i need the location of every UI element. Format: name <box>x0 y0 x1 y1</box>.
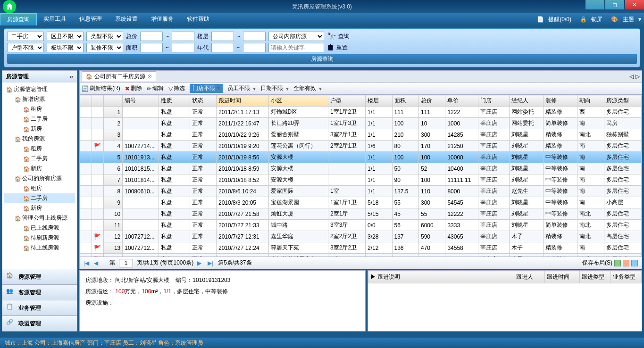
table-row[interactable]: 510101913...私盘正常2010/10/19 8:56安源大楼1/110… <box>80 152 642 163</box>
col-header[interactable] <box>92 95 103 107</box>
lock-button[interactable]: 🔒 锁屏 <box>580 16 605 24</box>
menu-4[interactable]: 增值服务 <box>144 13 180 25</box>
table-row[interactable]: 1私盘正常2011/2/11 17:13灯饰城D区1室1厅2卫1/1111111… <box>80 107 642 118</box>
collapse-icon[interactable]: « <box>70 74 73 80</box>
source-select[interactable]: 公司内部房源 <box>268 32 324 41</box>
minimize-button[interactable]: — <box>585 0 604 9</box>
nav-1[interactable]: 👥客源管理 <box>2 284 77 300</box>
col-header[interactable]: 小区 <box>268 95 328 107</box>
reset-button[interactable]: 🗑重置 <box>327 43 348 52</box>
tab-listing[interactable]: 公司所有二手房房源⊗ <box>82 71 156 82</box>
col-header[interactable]: 单价 <box>445 95 478 107</box>
nav-3[interactable]: 🔗联盟管理 <box>2 315 77 331</box>
table-row[interactable]: 🚩1310072712...私盘正常2010/7/27 12:24尊居天下苑3室… <box>80 242 642 254</box>
tree-node[interactable]: 新房 <box>4 203 75 213</box>
theme-button[interactable]: 🎨 主题 ▾ <box>611 16 641 24</box>
district-select[interactable]: 区县不限 <box>47 32 84 41</box>
remind-button[interactable]: 📄 提醒(0/0) <box>537 16 574 24</box>
col-header[interactable]: 跟进时间 <box>216 95 268 107</box>
table-row[interactable]: 610101815...私盘正常2010/10/18 8:59安源大楼1/150… <box>80 163 642 174</box>
tree-node[interactable]: 我的房源 <box>4 134 75 144</box>
tree-node[interactable]: 公司的所有房源 <box>4 174 75 183</box>
tree-node[interactable]: 待上线房源 <box>4 243 75 253</box>
table-row[interactable]: 10私盘正常2010/7/27 21:58灿虹大厦2室1厅5/154555122… <box>80 208 642 220</box>
year-max[interactable] <box>243 43 266 52</box>
layout-icon-1[interactable] <box>614 260 621 266</box>
tree-node[interactable]: 租房 <box>4 183 75 193</box>
table-row[interactable]: 810080610...私盘正常2010/8/6 10:24爱家国际1室1/11… <box>80 186 642 197</box>
menu-0[interactable]: 房源查询 <box>0 13 37 25</box>
maximize-button[interactable]: ◻ <box>605 0 624 9</box>
tree-node[interactable]: 租房 <box>4 104 75 114</box>
col-header[interactable]: 门店 <box>478 95 509 107</box>
floor-min[interactable] <box>211 32 234 41</box>
save-layout-button[interactable]: 保存布局(S) <box>582 259 612 267</box>
col-header[interactable]: 状态 <box>190 95 216 107</box>
col-header[interactable]: 面积 <box>392 95 418 107</box>
tree-node[interactable]: 新增房源 <box>4 94 75 104</box>
tree-node[interactable]: 二手房 <box>4 114 75 124</box>
col-header[interactable]: 性质 <box>159 95 190 107</box>
price-min[interactable] <box>140 32 163 41</box>
tab-prev-icon[interactable]: ◁ <box>629 73 634 80</box>
table-row[interactable]: 710101814...私盘正常2010/10/18 8:52安源大楼1/190… <box>80 174 642 186</box>
col-header[interactable]: 朝向 <box>577 95 604 107</box>
close-button[interactable]: ✕ <box>625 0 644 9</box>
tree-node[interactable]: 新房 <box>4 164 75 174</box>
tree-node[interactable]: 二手房 <box>4 193 75 203</box>
keyword-input[interactable] <box>268 43 324 52</box>
area-min[interactable] <box>140 43 163 52</box>
first-page-icon[interactable]: |◀ <box>84 260 90 266</box>
col-header[interactable]: 户型 <box>328 95 366 107</box>
menu-3[interactable]: 系统设置 <box>109 13 144 25</box>
tree-node[interactable]: 已上线房源 <box>4 223 75 233</box>
col-header[interactable]: 房源类型 <box>604 95 641 107</box>
menu-5[interactable]: 软件帮助 <box>180 13 216 25</box>
valid-filter[interactable]: 全部有效 <box>293 84 322 92</box>
col-header[interactable]: 楼层 <box>366 95 392 107</box>
col-header[interactable] <box>80 95 92 107</box>
tree-node[interactable]: 管理公司上线房源 <box>4 213 75 223</box>
search-button[interactable]: 🔭查询 <box>327 32 350 41</box>
menu-2[interactable]: 信息管理 <box>73 13 109 25</box>
floor-max[interactable] <box>243 32 266 41</box>
layout-select[interactable]: 户型不限 <box>7 43 44 52</box>
deco-select[interactable]: 装修不限 <box>86 43 123 52</box>
price-max[interactable] <box>172 32 194 41</box>
table-row[interactable]: 2私盘正常2011/1/22 16:47长江路20弄1室1厅3卫1/110010… <box>80 118 642 129</box>
table-row[interactable]: 3私盘正常2010/10/22 9:26爱丽舍别墅3室2厅1卫1/1210300… <box>80 129 642 141</box>
layout-icon-3[interactable] <box>631 260 638 266</box>
area-max[interactable] <box>172 43 194 52</box>
col-header[interactable]: 经纪人 <box>509 95 543 107</box>
table-row[interactable]: 🚩1410072712...私盘正常2010/7/27 12:07金地格林世界高… <box>80 254 642 257</box>
cat-select[interactable]: 类型不限 <box>86 32 123 41</box>
table-row[interactable]: 🚩410072714...私盘正常2010/10/19 9:20莲花公寓（闵行）… <box>80 141 642 152</box>
col-header[interactable] <box>103 95 123 107</box>
layout-icon-2[interactable] <box>623 260 629 266</box>
tab-close-icon[interactable]: ⊗ <box>147 73 152 80</box>
tree-node[interactable]: 租房 <box>4 144 75 154</box>
data-grid[interactable]: 编号性质状态跟进时间小区户型楼层面积总价单价门店经纪人装修朝向房源类型1私盘正常… <box>79 95 642 257</box>
menu-1[interactable]: 实用工具 <box>37 13 73 25</box>
edit-button[interactable]: ✏ 编辑 <box>147 84 164 92</box>
col-header[interactable]: 装修 <box>544 95 577 107</box>
nav-0[interactable]: 🏠房源管理 <box>2 269 77 284</box>
tree-node[interactable]: 待刷新房源 <box>4 233 75 243</box>
filter-button[interactable]: ▽ 筛选 <box>168 84 185 92</box>
year-min[interactable] <box>211 43 234 52</box>
tree-node[interactable]: 二手房 <box>4 154 75 164</box>
date-filter[interactable]: 日期不限 <box>260 84 289 92</box>
table-row[interactable]: 9私盘正常2010/8/3 20:05宝莲湖景园1室1厅1卫5/18553005… <box>80 197 642 208</box>
refresh-button[interactable]: 🔄 刷新结果(R) <box>82 84 120 92</box>
staff-filter[interactable]: 员工不限 <box>227 84 256 92</box>
table-row[interactable]: 🚩1210072712...私盘正常2010/7/27 12:31嘉里华庭2室2… <box>80 231 642 242</box>
page-input[interactable] <box>119 259 133 267</box>
col-header[interactable]: 编号 <box>123 95 159 107</box>
last-page-icon[interactable]: ▶| <box>208 260 214 266</box>
nav-2[interactable]: 📋业务管理 <box>2 300 77 315</box>
store-filter[interactable]: 门店不限 <box>190 84 223 93</box>
tab-next-icon[interactable]: ▷ <box>636 73 640 80</box>
prev-page-icon[interactable]: ◀ <box>94 260 100 266</box>
block-select[interactable]: 板块不限 <box>47 43 84 52</box>
tree-node[interactable]: 房源信息管理 <box>4 84 75 94</box>
